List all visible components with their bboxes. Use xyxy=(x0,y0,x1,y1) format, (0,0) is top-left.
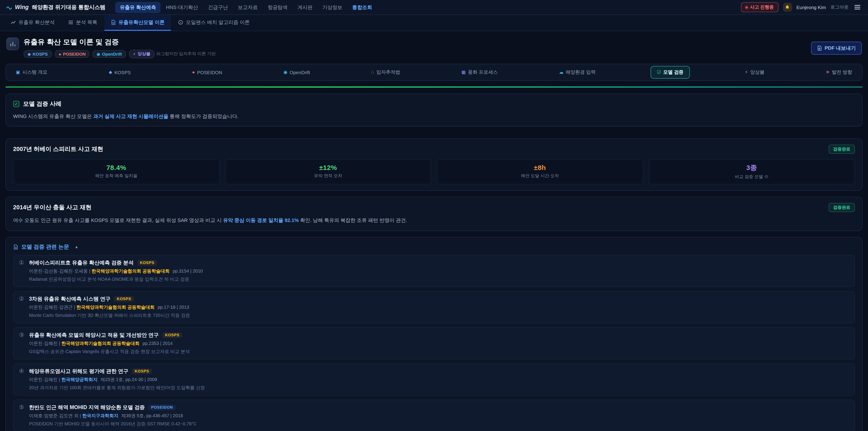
paper-row[interactable]: ④ 해양유류오염사고 위해도 평가에 관한 연구 KOSPS 이문진·김혜진 |… xyxy=(13,363,855,395)
stat-label: 비교 검증 모델 수 xyxy=(653,174,851,180)
paper-title-line: 3차원 유출유 확산예측 시스템 연구 KOSPS xyxy=(29,296,190,302)
tab-bar: 유출유 확산분석 분석 목록 유출유확산모델 이론 오일펜스 배치 알고리즘 이… xyxy=(0,15,868,31)
main-nav-item[interactable]: 기상정보 xyxy=(318,2,347,13)
verification-intro-card: ✓ 모델 검증 사례 WING 시스템의 유출유 확산 모델은 과거 실제 사고… xyxy=(5,93,863,127)
tab-boom-theory[interactable]: 오일펜스 배치 알고리즘 이론 xyxy=(172,15,256,31)
section-nav-item[interactable]: ☑ 모델 검증 xyxy=(651,66,690,79)
section-nav-icon: ☁ xyxy=(559,70,563,74)
pdf-export-button[interactable]: PDF 내보내기 xyxy=(811,41,862,55)
app-logo[interactable]: Wing 해양환경 위기대응 통합시스템 xyxy=(6,3,105,11)
model-badge-icon: ◉ xyxy=(96,52,100,57)
tab-label: 유출유 확산분석 xyxy=(19,19,55,26)
section-nav-label: 발전 방향 xyxy=(832,69,852,75)
paper-journal-link[interactable]: 한국해양과학기술협의회 공동학술대회 xyxy=(61,341,140,345)
verification-intro-head: ✓ 모델 검증 사례 xyxy=(13,100,855,108)
section-nav-label: 모델 검증 xyxy=(663,69,684,75)
tab-model-theory[interactable]: 유출유확산모델 이론 xyxy=(104,15,171,31)
paper-authors: 이문진·김혜진·강관근 | xyxy=(29,304,75,309)
logout-button[interactable]: 로그아웃 xyxy=(831,4,848,10)
pdf-button-label: PDF 내보내기 xyxy=(825,44,856,51)
paper-journal-link[interactable]: 한국해양과학기술협의회 공동학술대회 xyxy=(92,268,170,273)
section-nav-label: 앙상블 xyxy=(750,69,765,75)
verification-intro-title: 모델 검증 사례 xyxy=(23,100,61,108)
model-badge-icon: ⚡ xyxy=(133,52,135,57)
main-nav-item[interactable]: 통합조회 xyxy=(348,2,377,13)
bell-icon xyxy=(785,5,790,10)
section-nav-label: 해양환경 입력 xyxy=(566,69,596,75)
page-header: 유출유 확산 모델 이론 및 검증 ◆ KOSPS ● POSEIDON xyxy=(5,31,863,62)
main-nav: 유출유 확산예측 HNS·대기확산 긴급구난 보고자료 항공탐색 게시판 기상정… xyxy=(115,2,377,13)
paper-row[interactable]: ③ 유출유 확산예측 모델의 해양사고 적용 및 개선방안 연구 KOSPS 이… xyxy=(13,327,855,359)
logo-text: Wing xyxy=(15,4,29,10)
section-nav-item[interactable]: ▦ 풍화 프로세스 xyxy=(455,66,504,79)
model-badge-label: KOSPS xyxy=(33,52,48,57)
page-title-block: 유출유 확산 모델 이론 및 검증 ◆ KOSPS ● POSEIDON xyxy=(24,37,155,58)
section-nav-item[interactable]: ∴ 입자추적법 xyxy=(365,66,406,79)
section-nav-item[interactable]: ✈ 발전 방향 xyxy=(819,66,859,79)
papers-head: 모델 검증 관련 논문 ▲ xyxy=(13,243,855,251)
paper-citation-line: 이문진·김선동·김혜진·오세웅 | 한국해양과학기술협의회 공동학술대회 pp.… xyxy=(29,268,203,274)
paper-meta: pp.3154 | 2010 xyxy=(173,268,203,273)
section-nav-item[interactable]: ● POSEIDON xyxy=(186,66,228,78)
section-nav-icon: ● xyxy=(192,70,195,74)
trend-chart-icon xyxy=(11,20,16,25)
main-nav-item[interactable]: 유출유 확산예측 xyxy=(115,2,160,13)
stat-card: 78.4% 해안 표착 예측 일치율 xyxy=(13,159,219,184)
paper-authors: 이문진·김선동·김혜진·오세웅 | xyxy=(29,268,90,273)
main-nav-item[interactable]: 게시판 xyxy=(293,2,317,13)
intro-text-before: WING 시스템의 유출유 확산 모델은 xyxy=(13,113,93,119)
main-nav-item[interactable]: 보고자료 xyxy=(233,2,262,13)
incident-status-label: 사고 진행중 xyxy=(750,4,774,10)
collapse-arrow-icon[interactable]: ▲ xyxy=(74,245,79,249)
paper-row[interactable]: ① 허베이스피리트호 유출유 확산예측 검증 분석 KOSPS 이문진·김선동·… xyxy=(13,255,855,287)
paper-number: ④ xyxy=(19,368,24,391)
case-2014-text-after: 확인. 남해 특유의 복잡한 조류 패턴 반영이 관건. xyxy=(299,217,407,223)
paper-number: ② xyxy=(19,296,24,318)
stat-label: 해안 표착 예측 일치율 xyxy=(17,173,215,179)
stat-value: ±12% xyxy=(229,164,427,171)
section-nav-item[interactable]: ◆ KOSPS xyxy=(102,66,137,78)
paper-title: 한반도 인근 해역 MOHID 지역 해양순환 모델 검증 xyxy=(29,404,145,411)
main-nav-item[interactable]: HNS·대기확산 xyxy=(161,2,203,13)
section-nav-item[interactable]: ☁ 해양환경 입력 xyxy=(553,66,602,79)
tab-spill-analysis[interactable]: 유출유 확산분석 xyxy=(4,15,61,31)
page-chart-icon xyxy=(6,37,19,50)
case-2007-stats: 78.4% 해안 표착 예측 일치율 ±12% 유막 면적 오차 ±8h 해안 … xyxy=(13,159,855,184)
paper-description: 20년 과거자료 기반 100회 몬테카를로 통계 위험평가·가로림만 해안/어… xyxy=(29,384,205,391)
paper-description: Monte Carlo Simulation 기반 3D 확산모델·허베이 스피… xyxy=(29,312,190,318)
page-content: 유출유 확산 모델 이론 및 검증 ◆ KOSPS ● POSEIDON xyxy=(0,31,868,431)
model-tag: KOSPS xyxy=(132,368,152,374)
paper-journal-link[interactable]: 한국해양과학기술협의회 공동학술대회 xyxy=(76,304,155,309)
menu-button[interactable] xyxy=(853,4,862,11)
stat-card: ±12% 유막 면적 오차 xyxy=(225,159,431,184)
section-nav-item[interactable]: ▣ 시스템 개요 xyxy=(9,66,54,79)
incident-status-badge[interactable]: 사고 진행중 xyxy=(741,2,778,12)
case-2014-text-before: 여수 오동도 인근 원유 유출 사고를 KOSPS 모델로 재현한 결과, 실제… xyxy=(13,217,223,223)
model-badge-label: OpenDrift xyxy=(102,52,122,57)
paper-body: 한반도 인근 해역 MOHID 지역 해양순환 모델 검증 POSEIDON 이… xyxy=(29,404,197,427)
paper-title: 허베이스피리트호 유출유 확산예측 검증 분석 xyxy=(29,259,133,266)
section-nav-icon: ✈ xyxy=(826,70,830,74)
model-badge-label: POSEIDON xyxy=(63,52,86,57)
main-nav-item[interactable]: 항공탐색 xyxy=(263,2,292,13)
paper-row[interactable]: ⑤ 한반도 인근 해역 MOHID 지역 해양순환 모델 검증 POSEIDON… xyxy=(13,399,855,431)
section-nav-item[interactable]: ⚡ 앙상블 xyxy=(739,66,771,79)
model-badge-label: 앙상블 xyxy=(138,51,151,57)
section-divider xyxy=(5,86,863,88)
paper-description: POSEIDON 기반 MOHID 모델 동아시아 해역 2016년 검증·SS… xyxy=(29,421,197,427)
case-2014-head: 2014년 우이산 충돌 사고 재현 검증완료 xyxy=(13,203,855,212)
paper-row[interactable]: ② 3차원 유출유 확산예측 시스템 연구 KOSPS 이문진·김혜진·강관근 … xyxy=(13,291,855,323)
verified-badge: 검증완료 xyxy=(829,203,855,212)
paper-number: ① xyxy=(19,259,24,282)
stat-card: ±8h 해안 도달 시간 오차 xyxy=(437,159,643,184)
section-nav-item[interactable]: ◉ OpenDrift xyxy=(277,66,316,78)
model-badge: ● POSEIDON xyxy=(55,50,90,58)
main-nav-item[interactable]: 긴급구난 xyxy=(204,2,232,13)
paper-authors: 이재호·임병준·김도연 외 | xyxy=(29,413,81,418)
paper-journal-link[interactable]: 한국지구과학회지 xyxy=(82,413,119,418)
notification-bell-button[interactable] xyxy=(783,3,792,12)
tab-analysis-list[interactable]: 분석 목록 xyxy=(62,15,103,31)
case-2014-card: 2014년 우이산 충돌 사고 재현 검증완료 여수 오동도 인근 원유 유출 … xyxy=(5,196,863,231)
stat-label: 해안 도달 시간 오차 xyxy=(441,173,639,179)
paper-journal-link[interactable]: 한국해양공학회지 xyxy=(61,377,97,382)
